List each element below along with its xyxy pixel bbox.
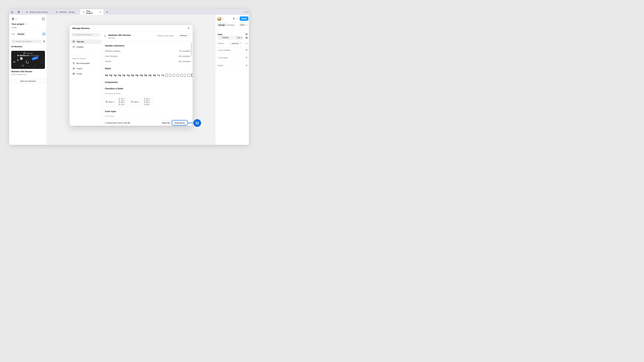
radio-icon: [144, 102, 145, 103]
text-style-glyph: Ag: [105, 74, 108, 76]
add-export-button[interactable]: [245, 64, 248, 66]
community-button[interactable]: [16, 9, 22, 15]
text-style-glyph: Ag: [153, 74, 156, 76]
plus-icon: [106, 11, 108, 13]
project-location: Drafts: [12, 26, 17, 28]
option-label: Option 3: [146, 102, 150, 103]
thumbnail-button-shape: Button: [32, 56, 38, 61]
divider: [215, 47, 249, 47]
grid-style-swatch: [169, 74, 172, 77]
variable-count: 60 variables: [180, 50, 190, 52]
grid-style-swatch: [180, 74, 182, 77]
toggle-sidebar-button[interactable]: [42, 17, 45, 20]
play-icon: [233, 17, 235, 20]
theme-value: cerberus: [231, 42, 239, 44]
opacity-input[interactable]: [236, 37, 240, 39]
close-tab-button[interactable]: [100, 11, 101, 13]
nav-teams[interactable]: Teams: [70, 66, 101, 71]
browser-tab-bar: Skeleton New Version Skeleton - Design Y…: [9, 9, 249, 15]
chevron-down-icon[interactable]: [237, 18, 238, 19]
local-variables-label: Local variables: [218, 49, 230, 51]
variable-name: Color Scheme: [105, 55, 118, 57]
back-button[interactable]: [104, 35, 106, 37]
main-menu-button[interactable]: [12, 17, 17, 20]
grid-style-swatch: [176, 74, 179, 77]
color-swatch[interactable]: [219, 36, 221, 39]
tab-file[interactable]: File: [12, 32, 15, 36]
scrollbar-thumb[interactable]: [191, 43, 192, 56]
page-color-field[interactable]: [218, 35, 234, 40]
component-group-title: Checkbox & Radio: [105, 87, 123, 90]
text-style-glyph: Ag: [126, 74, 130, 76]
text-style-glyph: Ag: [161, 74, 164, 76]
thumbnail-line: [40, 60, 44, 62]
checkbox-option: Option 2: [119, 100, 126, 101]
nav-updates[interactable]: Updates: [70, 44, 101, 49]
thumbnail-line: [41, 62, 44, 64]
home-icon: [11, 11, 14, 13]
new-tab-button[interactable]: [104, 9, 110, 15]
sidebar-search-input[interactable]: [16, 40, 40, 42]
tab-skeleton-design[interactable]: Skeleton - Design: [53, 9, 80, 15]
tab-skeleton-new-version[interactable]: Skeleton New Version: [23, 9, 53, 15]
hex-input[interactable]: [222, 37, 231, 39]
close-icon: [188, 27, 190, 29]
avatar[interactable]: [217, 17, 221, 21]
open-book-icon: [42, 33, 45, 35]
zoom-control[interactable]: 100%: [240, 23, 247, 27]
open-local-variables-button[interactable]: [245, 49, 248, 51]
library-component-count: 1542 components: [11, 73, 26, 75]
variable-row: Color Scheme 246 variables: [105, 55, 190, 58]
divider: [70, 56, 102, 56]
modal-search-input[interactable]: [76, 34, 99, 36]
thumbnail-slider-shape: [13, 59, 19, 63]
present-button[interactable]: [232, 17, 236, 20]
swap-library-button[interactable]: Swap library: [172, 121, 187, 125]
text-style-glyph: Ag: [122, 74, 125, 76]
apply-styles-button[interactable]: [245, 33, 248, 36]
remove-theme-button[interactable]: [245, 42, 248, 45]
app-window: Skeleton New Version Skeleton - Design Y…: [9, 9, 249, 145]
nav-this-file[interactable]: This file: [70, 39, 101, 44]
modal-footer: 2 components used in this file Open file…: [102, 120, 192, 126]
add-local-style-button[interactable]: [245, 56, 248, 59]
radio-icon: [144, 100, 145, 101]
toggle-visibility-button[interactable]: [245, 36, 248, 39]
nav-ui-kits[interactable]: UI kits: [70, 71, 101, 76]
modal-search[interactable]: [72, 33, 100, 36]
tab-prototype[interactable]: Prototype: [226, 23, 234, 27]
libraries-button[interactable]: [42, 32, 46, 36]
option-label: Option 4: [120, 104, 125, 105]
checkbox-icon: [119, 100, 120, 101]
remove-button[interactable]: Remove: [178, 33, 189, 37]
radio-icon: [144, 98, 145, 99]
library-name[interactable]: Skeleton Old Version: [11, 70, 32, 73]
option-label: Option 1: [146, 98, 150, 99]
tab-design[interactable]: Design: [217, 23, 227, 27]
nav-recommended[interactable]: Recommended: [70, 61, 101, 65]
share-button[interactable]: Share: [240, 16, 248, 21]
open-file-button[interactable]: Open file: [160, 121, 172, 125]
chevron-down-icon[interactable]: [25, 24, 27, 25]
export-label: Export: [218, 64, 223, 66]
grid-style-swatch: [191, 74, 192, 77]
project-name[interactable]: Your project: [12, 23, 24, 25]
add-more-libraries-button[interactable]: Add more libraries: [11, 79, 45, 83]
opacity-unit: %: [241, 37, 242, 39]
tab-assets[interactable]: Assets: [16, 32, 25, 36]
tab-your-project-active[interactable]: Your project: [80, 9, 104, 15]
search-icon: [73, 34, 75, 36]
tab-label: Skeleton New Version: [29, 11, 48, 13]
chevron-down-icon[interactable]: [222, 18, 224, 19]
modal-close-button[interactable]: [187, 26, 190, 30]
library-card-thumbnail[interactable]: UI Kit with Skeleton v3 Components Butto…: [11, 51, 45, 69]
text-style-glyph: Ag: [157, 74, 160, 76]
sliders-icon: [43, 40, 45, 42]
filter-button[interactable]: [42, 40, 46, 43]
theme-select[interactable]: cerberus: [229, 41, 243, 45]
home-button[interactable]: [9, 9, 15, 15]
option-label: Option 1: [120, 98, 125, 99]
page-opacity-field[interactable]: %: [234, 35, 243, 40]
window-menu-button[interactable]: [244, 9, 249, 15]
sidebar-search[interactable]: [11, 39, 42, 43]
